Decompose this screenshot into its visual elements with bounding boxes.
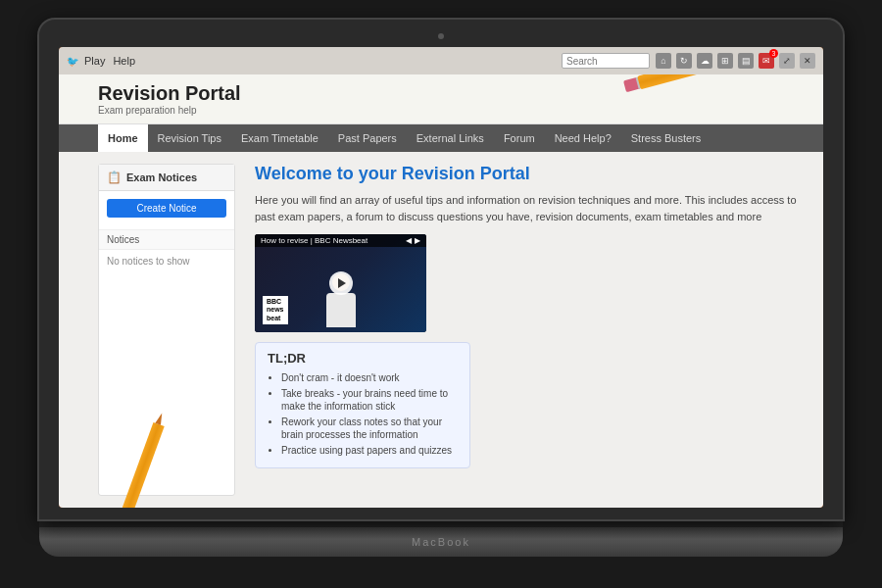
figure-body [326, 293, 356, 327]
menu-icon[interactable]: ▤ [738, 53, 754, 69]
nav-stress-busters[interactable]: Stress Busters [621, 124, 711, 152]
panel-heading: Exam Notices [126, 172, 197, 183]
navigation-bar: Home Revision Tips Exam Timetable Past P… [59, 124, 823, 152]
grid-icon[interactable]: ⊞ [717, 53, 733, 69]
camera [438, 33, 444, 39]
browser-search-area [562, 53, 650, 69]
browser-toolbar: 🐦 Play Help ⌂ ↻ ☁ ⊞ ▤ ✉ [59, 47, 823, 74]
tldr-box: TL;DR Don't cram - it doesn't work Take … [255, 342, 470, 468]
tldr-title: TL;DR [268, 351, 458, 366]
tldr-item-1: Take breaks - your brains need time to m… [281, 387, 458, 413]
tldr-item-3: Practice using past papers and quizzes [281, 444, 458, 457]
create-notice-button[interactable]: Create Notice [107, 199, 226, 218]
video-container[interactable]: BBC news beat How to revise | BBC Newsbe… [255, 234, 426, 332]
tldr-item-2: Rework your class notes so that your bra… [281, 416, 458, 441]
video-title-text: How to revise | BBC Newsbeat [261, 236, 368, 245]
browser-icon-group: ⌂ ↻ ☁ ⊞ ▤ ✉ ⤢ ✕ [656, 53, 815, 69]
notices-label: Notices [99, 229, 234, 250]
welcome-title: Welcome to your Revision Portal [255, 164, 804, 184]
main-layout: 📋 Exam Notices Create Notice Notices No … [59, 152, 823, 508]
content-area: Revision Portal Exam preparation help Ho… [59, 74, 823, 508]
video-next-icon[interactable]: ▶ [415, 236, 420, 245]
browser-menu-help[interactable]: Help [113, 55, 135, 67]
welcome-text: Here you will find an array of useful ti… [255, 192, 804, 224]
nav-need-help[interactable]: Need Help? [545, 124, 621, 152]
tldr-list: Don't cram - it doesn't work Take breaks… [268, 371, 458, 457]
laptop-base: MacBook [39, 527, 843, 557]
notice-icon: 📋 [107, 171, 122, 184]
portal-title: Revision Portal [98, 82, 241, 105]
home-icon[interactable]: ⌂ [656, 53, 671, 69]
bbc-logo: BBC news beat [263, 296, 288, 324]
laptop-outer: 🐦 Play Help ⌂ ↻ ☁ ⊞ ▤ ✉ [39, 20, 843, 568]
nav-past-papers[interactable]: Past Papers [328, 124, 407, 152]
portal-header: Revision Portal Exam preparation help [59, 74, 823, 124]
cloud-icon[interactable]: ☁ [697, 53, 712, 69]
screen-bezel: 🐦 Play Help ⌂ ↻ ☁ ⊞ ▤ ✉ [39, 20, 843, 519]
browser-menu-play[interactable]: Play [84, 55, 105, 67]
macbook-label: MacBook [412, 536, 470, 548]
video-title-bar: How to revise | BBC Newsbeat ◀ ▶ [255, 234, 426, 247]
nav-revision-tips[interactable]: Revision Tips [148, 124, 231, 152]
pencil-left-tip [155, 412, 165, 424]
laptop-screen: 🐦 Play Help ⌂ ↻ ☁ ⊞ ▤ ✉ [59, 47, 823, 508]
browser-menu: Play Help [84, 55, 135, 67]
browser-logo-icon: 🐦 [67, 56, 78, 67]
search-input[interactable] [562, 53, 650, 69]
video-prev-icon[interactable]: ◀ [406, 236, 412, 245]
laptop-hinge [39, 519, 843, 527]
refresh-icon[interactable]: ↻ [676, 53, 692, 69]
play-triangle-icon [338, 278, 346, 288]
tldr-item-0: Don't cram - it doesn't work [281, 371, 458, 384]
video-controls[interactable]: ◀ ▶ [406, 236, 420, 245]
expand-icon[interactable]: ⤢ [779, 53, 795, 69]
nav-home[interactable]: Home [98, 124, 148, 152]
no-notices-text: No notices to show [99, 250, 234, 272]
nav-external-links[interactable]: External Links [407, 124, 494, 152]
mail-icon[interactable]: ✉ [759, 53, 774, 69]
close-icon[interactable]: ✕ [800, 53, 815, 69]
left-panel: 📋 Exam Notices Create Notice Notices No … [98, 164, 235, 496]
nav-forum[interactable]: Forum [494, 124, 545, 152]
right-panel: Welcome to your Revision Portal Here you… [235, 152, 823, 508]
panel-header: 📋 Exam Notices [99, 165, 234, 191]
wood-background: 🐦 Play Help ⌂ ↻ ☁ ⊞ ▤ ✉ [59, 47, 823, 508]
portal-subtitle: Exam preparation help [98, 105, 241, 116]
portal-title-block: Revision Portal Exam preparation help [98, 82, 241, 116]
video-play-button[interactable] [329, 271, 353, 295]
nav-exam-timetable[interactable]: Exam Timetable [231, 124, 328, 152]
